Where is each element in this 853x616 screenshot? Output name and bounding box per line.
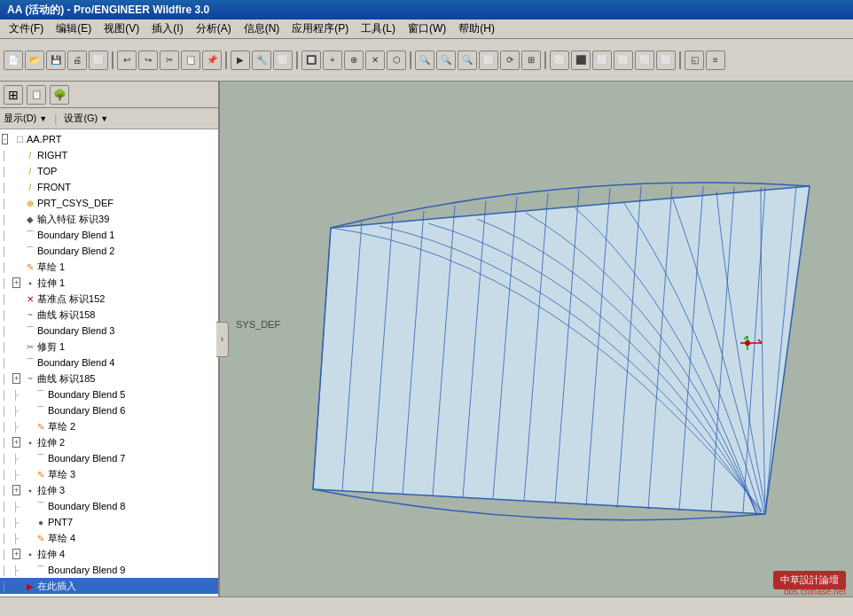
axis-btn[interactable]: ⊕: [344, 51, 364, 70]
window-menu[interactable]: 窗口(W): [403, 19, 451, 38]
tree-pnt7[interactable]: │├●PNT7: [0, 514, 218, 530]
tree-item-icon: ⌒: [23, 229, 37, 241]
tree-expand-icon[interactable]: +: [12, 550, 23, 558]
tree-extrude3[interactable]: │+▪拉伸 3: [0, 482, 218, 498]
tree-indent: │: [2, 151, 12, 160]
split-btn[interactable]: ◱: [685, 51, 704, 70]
tree-input-feat[interactable]: │◆输入特征 标识39: [0, 211, 218, 227]
open-btn[interactable]: 📂: [25, 51, 44, 70]
tree-extrude1[interactable]: │+▪拉伸 1: [0, 275, 218, 291]
tree-curve185[interactable]: │+~曲线 标识185: [0, 370, 218, 386]
analysis-menu[interactable]: 分析(A): [191, 19, 237, 38]
tree-bb9[interactable]: │├⌒Boundary Blend 9: [0, 562, 218, 578]
insert-menu[interactable]: 插入(I): [146, 19, 188, 38]
datum-btn[interactable]: +: [323, 51, 342, 70]
menu-btn[interactable]: ≡: [706, 51, 725, 70]
new-btn[interactable]: 📄: [4, 51, 23, 70]
tree-bb3[interactable]: │⌒Boundary Blend 3: [0, 323, 218, 339]
zoom-in-btn[interactable]: 🔍: [436, 51, 456, 70]
tree-prt-csys[interactable]: │⊕PRT_CSYS_DEF: [0, 195, 218, 211]
copy-btn[interactable]: 📋: [181, 51, 200, 70]
cut-btn[interactable]: ✂: [160, 51, 179, 70]
tree-extrude4[interactable]: │+▪拉伸 4: [0, 546, 218, 562]
tree-bb7[interactable]: │├⌒Boundary Blend 7: [0, 450, 218, 466]
fix-btn[interactable]: 🔧: [252, 51, 271, 70]
view-menu[interactable]: 视图(V): [98, 19, 145, 38]
regen-btn[interactable]: ▶: [231, 51, 250, 70]
tree-top[interactable]: │/TOP: [0, 163, 218, 179]
svg-text:SYS_DEF: SYS_DEF: [236, 319, 280, 330]
csys-btn[interactable]: ⬡: [387, 51, 406, 70]
tree-bb2[interactable]: │⌒Boundary Blend 2: [0, 243, 218, 259]
tree-expand-icon[interactable]: +: [12, 278, 23, 287]
tree-bb4[interactable]: │⌒Boundary Blend 4: [0, 355, 218, 370]
wireframe-btn[interactable]: ⊞: [521, 51, 541, 70]
save-btn[interactable]: 💾: [46, 51, 66, 70]
tree-item-icon: ~: [23, 374, 37, 384]
tree-item-icon: ~: [23, 310, 37, 320]
rect-btn[interactable]: ⬜: [273, 51, 293, 70]
tree-bb5[interactable]: │├⌒Boundary Blend 5: [0, 386, 218, 402]
tree-expand-icon[interactable]: +: [12, 438, 23, 447]
panel-tree-btn[interactable]: 🌳: [50, 85, 69, 105]
tree-bb1[interactable]: │⌒Boundary Blend 1: [0, 227, 218, 243]
paste-btn[interactable]: 📌: [202, 51, 222, 70]
panel-grid-btn[interactable]: ⊞: [4, 85, 23, 105]
help-menu[interactable]: 帮助(H): [453, 19, 500, 38]
zoom-out-btn[interactable]: 🔍: [458, 51, 477, 70]
tree-front[interactable]: │/FRONT: [0, 179, 218, 195]
tree-item-label: PRT_CSYS_DEF: [37, 198, 216, 208]
redo-btn[interactable]: ↪: [138, 51, 158, 70]
rotate-btn[interactable]: ⟳: [500, 51, 520, 70]
tree-item-label: 拉伸 4: [37, 548, 216, 561]
tree-bb8[interactable]: │├⌒Boundary Blend 8: [0, 498, 218, 514]
tree-sketch3[interactable]: │├✎草绘 3: [0, 466, 218, 482]
tools-menu[interactable]: 工具(L): [356, 19, 401, 38]
tree-sketch1[interactable]: │✎草绘 1: [0, 259, 218, 275]
fit-btn[interactable]: ⬜: [479, 51, 498, 70]
app-menu[interactable]: 应用程序(P): [286, 19, 354, 38]
viewport[interactable]: SYS_DEF 中草設計論壇 bbs.chinase.net: [220, 82, 853, 597]
tree-indent: ├: [12, 502, 23, 511]
view1-btn[interactable]: ⬜: [635, 51, 654, 70]
toolbar-separator: [225, 51, 227, 69]
tree-indent: │: [2, 406, 12, 416]
edit-menu[interactable]: 编辑(E): [51, 19, 97, 38]
print-btn[interactable]: 🖨: [67, 51, 87, 70]
zoom-btn[interactable]: 🔍: [415, 51, 434, 70]
shade2-btn[interactable]: ⬛: [571, 51, 591, 70]
tree-trim1[interactable]: │✂修剪 1: [0, 339, 218, 355]
tree-item-icon: ✎: [34, 534, 48, 543]
tree-extrude2[interactable]: │+▪拉伸 2: [0, 434, 218, 450]
undo-btn[interactable]: ↩: [117, 51, 137, 70]
render-btn[interactable]: 🔲: [301, 51, 321, 70]
tree-expand-icon[interactable]: +: [12, 374, 23, 383]
tree-sketch4[interactable]: │├✎草绘 4: [0, 530, 218, 546]
shade-btn[interactable]: ⬜: [550, 51, 569, 70]
point-btn[interactable]: ✕: [365, 51, 385, 70]
export-btn[interactable]: ⬜: [89, 51, 108, 70]
tree-insert-here[interactable]: │▶在此插入: [0, 578, 218, 594]
tree-item-icon: ▪: [23, 278, 37, 288]
main-area: ⊞ 📋 🌳 显示(D) ▼ | 设置(G) ▼ -☐AA.PRT│/RIGHT│…: [0, 82, 853, 597]
std-orient-btn[interactable]: ⬜: [614, 51, 633, 70]
info-menu[interactable]: 信息(N): [239, 19, 286, 38]
tree-bb6[interactable]: │├⌒Boundary Blend 6: [0, 402, 218, 418]
tree-indent: │: [2, 422, 12, 432]
view2-btn[interactable]: ⬜: [656, 51, 676, 70]
tree-item-icon: ⌒: [23, 324, 37, 337]
tree-item-icon: /: [23, 167, 37, 176]
tree-indent: ├: [12, 406, 23, 416]
tree-expand-icon[interactable]: -: [2, 135, 12, 144]
orient-btn[interactable]: ⬜: [592, 51, 612, 70]
tree-item-label: RIGHT: [37, 150, 216, 160]
tree-expand-icon[interactable]: +: [12, 486, 23, 495]
tree-sketch2[interactable]: │├✎草绘 2: [0, 418, 218, 434]
panel-list-btn[interactable]: 📋: [27, 85, 46, 105]
tree-right[interactable]: │/RIGHT: [0, 147, 218, 163]
panel-collapse-arrow[interactable]: ›: [216, 322, 229, 357]
tree-curve158[interactable]: │~曲线 标识158: [0, 307, 218, 323]
file-menu[interactable]: 文件(F): [4, 19, 49, 38]
tree-root[interactable]: -☐AA.PRT: [0, 131, 218, 147]
tree-datum-pt152[interactable]: │✕基准点 标识152: [0, 291, 218, 307]
